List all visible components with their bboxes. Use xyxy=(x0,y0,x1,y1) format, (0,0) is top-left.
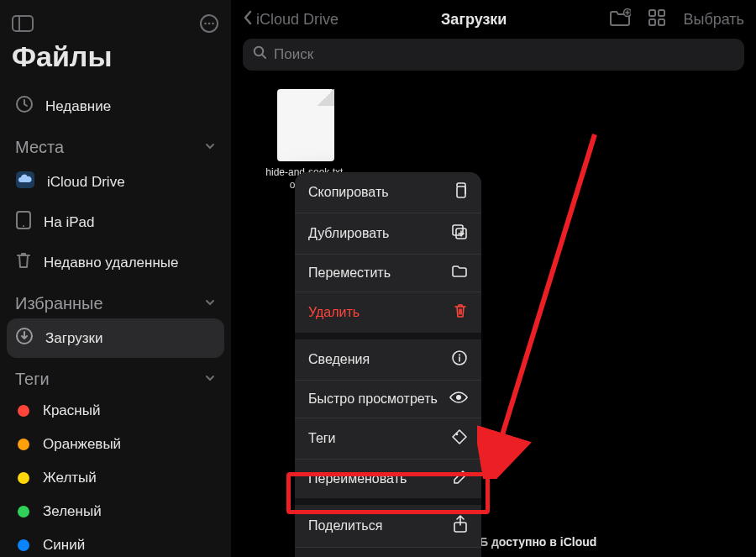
back-button[interactable]: iCloud Drive xyxy=(243,10,339,29)
tag-color-dot xyxy=(18,539,29,551)
svg-rect-18 xyxy=(457,187,465,197)
search-input[interactable]: Поиск xyxy=(243,39,744,71)
svg-rect-14 xyxy=(649,19,655,25)
info-icon xyxy=(451,349,468,370)
section-title: Теги xyxy=(15,370,50,389)
duplicate-icon xyxy=(451,223,468,244)
svg-line-17 xyxy=(262,55,265,58)
sidebar-item-label: Зеленый xyxy=(43,503,102,520)
section-title: Места xyxy=(15,138,64,157)
file-icon xyxy=(277,89,334,161)
sidebar-item-tag[interactable]: Зеленый xyxy=(7,495,224,528)
sidebar-item-label: Синий xyxy=(43,537,85,554)
app-title: Файлы xyxy=(7,37,224,87)
svg-point-23 xyxy=(456,395,461,400)
chevron-down-icon xyxy=(204,372,216,387)
sidebar-item-tag[interactable]: Желтый xyxy=(7,461,224,495)
ctx-compress[interactable]: Сжать xyxy=(295,547,481,557)
more-icon[interactable] xyxy=(199,13,219,34)
select-button[interactable]: Выбрать xyxy=(683,11,744,29)
ctx-copy[interactable]: Скопировать xyxy=(295,172,481,213)
sidebar-item-trash[interactable]: Недавно удаленные xyxy=(7,243,224,282)
svg-point-24 xyxy=(456,434,459,436)
tag-color-dot xyxy=(18,405,29,417)
icloud-icon xyxy=(15,171,35,193)
ctx-duplicate[interactable]: Дублировать xyxy=(295,213,481,254)
ctx-label: Удалить xyxy=(308,305,360,320)
ctx-label: Сведения xyxy=(308,352,370,367)
ctx-label: Переименовать xyxy=(308,471,407,486)
download-icon xyxy=(15,327,34,349)
sidebar-item-recent[interactable]: Недавние xyxy=(7,87,224,126)
search-icon xyxy=(253,45,267,64)
ctx-label: Переместить xyxy=(308,265,391,281)
svg-point-3 xyxy=(204,23,207,25)
sidebar-item-label: Недавно удаленные xyxy=(44,255,178,271)
sidebar-section-tags[interactable]: Теги xyxy=(7,358,224,394)
svg-point-9 xyxy=(23,225,24,227)
ctx-quicklook[interactable]: Быстро просмотреть xyxy=(295,380,481,418)
sidebar-toggle-icon[interactable] xyxy=(12,15,34,32)
sidebar-item-label: Оранжевый xyxy=(43,436,121,453)
ctx-rename[interactable]: Переименовать xyxy=(295,459,481,498)
sidebar-item-tag[interactable]: Синий xyxy=(7,528,224,557)
toolbar: iCloud Drive Загрузки Выбрать xyxy=(231,0,756,32)
sidebar-item-tag[interactable]: Оранжевый xyxy=(7,428,224,461)
new-folder-icon[interactable] xyxy=(609,8,631,30)
trash-icon xyxy=(15,251,32,274)
sidebar: Файлы Недавние Места iCloud Drive На iPa… xyxy=(0,0,231,557)
trash-icon xyxy=(453,302,468,323)
ipad-icon xyxy=(15,210,32,234)
svg-point-22 xyxy=(459,354,460,355)
ctx-move[interactable]: Переместить xyxy=(295,254,481,292)
svg-point-4 xyxy=(208,23,211,25)
sidebar-item-label: Недавние xyxy=(45,98,111,115)
tag-icon xyxy=(451,428,468,449)
sidebar-item-label: iCloud Drive xyxy=(47,174,125,191)
sidebar-section-favorites[interactable]: Избранные xyxy=(7,282,224,318)
pencil-icon xyxy=(453,470,468,488)
tag-color-dot xyxy=(18,439,29,450)
chevron-left-icon xyxy=(243,10,253,29)
search-placeholder: Поиск xyxy=(274,46,313,63)
svg-rect-15 xyxy=(659,19,664,25)
sidebar-item-label: На iPad xyxy=(44,214,94,231)
ctx-label: Быстро просмотреть xyxy=(308,391,438,407)
folder-icon xyxy=(451,265,468,281)
ctx-tags[interactable]: Теги xyxy=(295,418,481,459)
svg-rect-0 xyxy=(13,16,33,31)
sidebar-item-label: Загрузки xyxy=(45,330,102,347)
share-icon xyxy=(453,515,468,537)
back-label: iCloud Drive xyxy=(256,11,339,29)
ctx-label: Теги xyxy=(308,431,336,446)
ctx-label: Дублировать xyxy=(308,226,389,241)
ctx-info[interactable]: Сведения xyxy=(295,339,481,380)
sidebar-item-icloud[interactable]: iCloud Drive xyxy=(7,162,224,202)
sidebar-item-label: Красный xyxy=(43,402,100,419)
sidebar-item-tag[interactable]: Красный xyxy=(7,394,224,428)
eye-icon xyxy=(449,391,468,407)
chevron-down-icon xyxy=(204,140,216,155)
tag-color-dot xyxy=(18,472,29,484)
clock-icon xyxy=(15,95,34,118)
svg-rect-13 xyxy=(659,10,664,16)
ctx-label: Скопировать xyxy=(308,185,389,200)
svg-point-5 xyxy=(212,23,214,25)
sidebar-item-label: Желтый xyxy=(43,470,97,486)
page-title: Загрузки xyxy=(345,11,602,29)
ctx-delete[interactable]: Удалить xyxy=(295,292,481,333)
copy-icon xyxy=(453,182,468,202)
ctx-label: Поделиться xyxy=(308,518,382,533)
section-title: Избранные xyxy=(15,294,103,313)
ctx-share[interactable]: Поделиться xyxy=(295,505,481,547)
view-mode-icon[interactable] xyxy=(648,8,666,30)
tag-color-dot xyxy=(18,506,29,518)
svg-rect-12 xyxy=(649,10,655,16)
context-menu: Скопировать Дублировать Переместить Удал… xyxy=(295,172,481,557)
sidebar-item-downloads[interactable]: Загрузки xyxy=(7,318,224,358)
sidebar-section-places[interactable]: Места xyxy=(7,126,224,162)
chevron-down-icon xyxy=(204,297,216,312)
sidebar-item-ipad[interactable]: На iPad xyxy=(7,202,224,243)
